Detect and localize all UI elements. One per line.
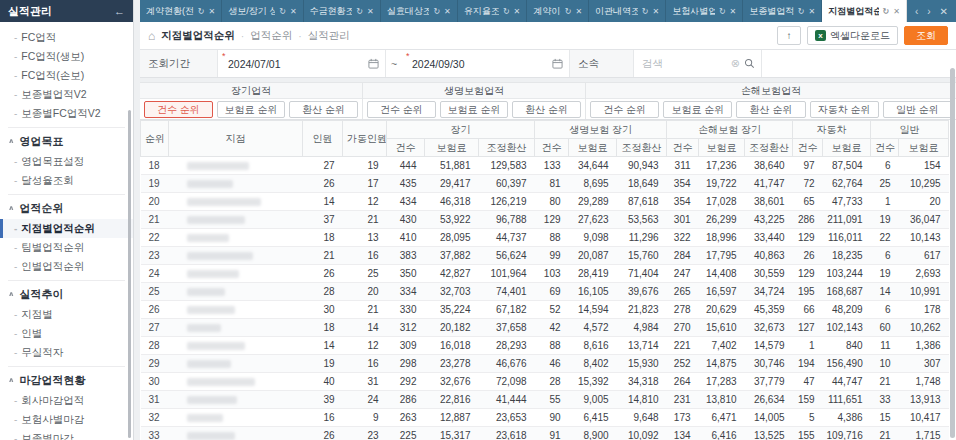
tab[interactable]: 보종별업적V2↻✕ xyxy=(743,0,822,22)
tab[interactable]: 이관내역조회↻✕ xyxy=(589,0,666,22)
sidebar-item[interactable]: -달성율조회 xyxy=(0,171,133,190)
sidebar-item[interactable]: -보종별마감 xyxy=(0,429,133,440)
table-cell: 101,964 xyxy=(479,265,535,283)
refresh-icon[interactable]: ↻ xyxy=(642,7,649,16)
close-icon[interactable]: ✕ xyxy=(808,7,815,16)
sidebar-collapse-icon[interactable]: ← xyxy=(114,5,125,17)
calendar-icon[interactable] xyxy=(368,58,379,69)
breadcrumb-item[interactable]: 실적관리 xyxy=(308,29,350,43)
refresh-icon[interactable]: ↻ xyxy=(503,7,510,16)
dept-search-input[interactable]: 검색 ⊗ xyxy=(634,50,762,77)
sidebar-item[interactable]: -보종별업적V2 xyxy=(0,85,133,104)
excel-download-button[interactable]: x 엑셀다운로드 xyxy=(807,26,898,45)
rank-filter-button[interactable]: 환산 순위 xyxy=(289,101,358,118)
rank-filter-button[interactable]: 환산 순위 xyxy=(736,101,805,118)
close-icon[interactable]: ✕ xyxy=(730,7,737,16)
rank-filter-button[interactable]: 환산 순위 xyxy=(512,101,581,118)
table-row[interactable]: 19261743529,41760,397818,69518,64935419,… xyxy=(141,175,949,193)
refresh-icon[interactable]: ↻ xyxy=(798,7,805,16)
tab[interactable]: 유지율조회↻✕ xyxy=(458,0,527,22)
table-row[interactable]: 30403129232,67672,0982815,39234,31826417… xyxy=(141,373,949,391)
close-icon[interactable]: ✕ xyxy=(367,7,374,16)
table-row[interactable]: 31392428622,81641,444559,00514,81023113,… xyxy=(141,391,949,409)
sidebar-scrollbar-thumb[interactable] xyxy=(128,110,131,438)
table-scrollbar-thumb[interactable] xyxy=(950,68,955,438)
sidebar-item[interactable]: -지점별 xyxy=(0,305,133,324)
sidebar-item[interactable]: -FC업적(손보) xyxy=(0,66,133,85)
sidebar-item[interactable]: -FC업적(생보) xyxy=(0,47,133,66)
table-row[interactable]: 28141230916,01828,293888,61613,7142217,4… xyxy=(141,337,949,355)
close-icon[interactable]: ✕ xyxy=(653,7,660,16)
sidebar-section-header[interactable]: ∧마감업적현황 xyxy=(0,369,133,391)
clear-icon[interactable]: ⊗ xyxy=(731,57,740,70)
refresh-icon[interactable]: ↻ xyxy=(279,7,286,16)
sidebar-item[interactable]: -인별 xyxy=(0,324,133,343)
table-row[interactable]: 23211638337,88256,6249920,08715,76028417… xyxy=(141,247,949,265)
close-icon[interactable]: ✕ xyxy=(209,7,216,16)
sidebar-section-header[interactable]: ∧업적순위 xyxy=(0,197,133,219)
close-icon[interactable]: ✕ xyxy=(575,7,582,16)
table-row[interactable]: 29191629823,27846,676468,40215,93025214,… xyxy=(141,355,949,373)
table-row[interactable]: 25282033432,70374,4016916,10539,67626516… xyxy=(141,283,949,301)
date-from-input[interactable]: * 2024/07/01 xyxy=(218,50,386,77)
rank-filter-button[interactable]: 자동차 순위 xyxy=(810,101,879,118)
sidebar-item[interactable]: -영업목표설정 xyxy=(0,152,133,171)
query-button[interactable]: 조회 xyxy=(904,26,948,45)
table-row[interactable]: 26302133035,22467,1825214,59421,82327820… xyxy=(141,301,949,319)
table-row[interactable]: 27181431220,18237,658424,5724,98427015,6… xyxy=(141,319,949,337)
redacted-branch-name xyxy=(187,252,253,260)
tab[interactable]: 지점별업적순위↻✕ xyxy=(822,0,907,22)
tab-close-all-icon[interactable]: ✕ xyxy=(940,6,948,17)
table-cell: 1,748 xyxy=(899,373,949,391)
rank-filter-button[interactable]: 일반 순위 xyxy=(883,101,952,118)
sidebar-section-header[interactable]: ∧영업목표 xyxy=(0,130,133,152)
calendar-icon[interactable] xyxy=(552,58,563,69)
tab[interactable]: 계약이관↻✕ xyxy=(527,0,589,22)
sidebar-item[interactable]: -팀별업적순위 xyxy=(0,238,133,257)
refresh-icon[interactable]: ↻ xyxy=(565,7,572,16)
tab-next-icon[interactable]: › xyxy=(927,6,930,17)
search-icon[interactable] xyxy=(744,58,755,69)
tab[interactable]: 수금현황조회↻✕ xyxy=(304,0,381,22)
close-icon[interactable]: ✕ xyxy=(893,7,900,16)
rank-filter-button[interactable]: 보험료 순위 xyxy=(217,101,286,118)
table-row[interactable]: 20141243446,318126,2198029,28987,6183541… xyxy=(141,193,949,211)
close-icon[interactable]: ✕ xyxy=(290,7,297,16)
close-icon[interactable]: ✕ xyxy=(514,7,521,16)
tab-prev-icon[interactable]: ‹ xyxy=(915,6,918,17)
table-row[interactable]: 24262535042,827101,96410328,41971,404247… xyxy=(141,265,949,283)
breadcrumb-item[interactable]: 업적순위 xyxy=(250,29,292,43)
refresh-icon[interactable]: ↻ xyxy=(198,7,205,16)
rank-filter-button[interactable]: 보험료 순위 xyxy=(663,101,732,118)
sidebar-item[interactable]: -FC업적 xyxy=(0,28,133,47)
required-mark: * xyxy=(406,51,410,61)
refresh-icon[interactable]: ↻ xyxy=(883,7,890,16)
refresh-icon[interactable]: ↻ xyxy=(356,7,363,16)
sidebar-item[interactable]: -보종별FC업적V2 xyxy=(0,104,133,123)
sidebar-item[interactable]: -무실적자 xyxy=(0,343,133,362)
table-row[interactable]: 21372143053,92296,78812927,62353,5633012… xyxy=(141,211,949,229)
rank-filter-button[interactable]: 건수 순위 xyxy=(367,101,436,118)
rank-filter-button[interactable]: 건수 순위 xyxy=(590,101,659,118)
table-row[interactable]: 22181341028,09544,737889,09811,29632218,… xyxy=(141,229,949,247)
refresh-icon[interactable]: ↻ xyxy=(433,7,440,16)
rank-filter-button[interactable]: 보험료 순위 xyxy=(440,101,509,118)
tab[interactable]: 계약현황(전체)↻✕ xyxy=(140,0,222,22)
refresh-icon[interactable]: ↻ xyxy=(719,7,726,16)
close-icon[interactable]: ✕ xyxy=(444,7,451,16)
tab[interactable]: 보험사별업적↻✕ xyxy=(666,0,743,22)
table-row[interactable]: 33262322515,31723,618918,90010,0921346,4… xyxy=(141,427,949,440)
sidebar-item[interactable]: -회사마감업적 xyxy=(0,391,133,410)
table-row[interactable]: 18271944451,881129,58313334,64490,943311… xyxy=(141,157,949,175)
tab[interactable]: 생보/장기 상세↻✕ xyxy=(222,0,303,22)
date-to-input[interactable]: * 2024/09/30 xyxy=(402,50,570,77)
sidebar-section-header[interactable]: ∧실적추이 xyxy=(0,283,133,305)
sidebar-item[interactable]: -지점별업적순위 xyxy=(0,219,133,238)
tab[interactable]: 실효대상조회↻✕ xyxy=(381,0,458,22)
sidebar-item[interactable]: -인별업적순위 xyxy=(0,257,133,276)
sidebar-item[interactable]: -보험사별마감 xyxy=(0,410,133,429)
rank-filter-button[interactable]: 건수 순위 xyxy=(144,101,213,118)
branch-cell xyxy=(169,391,303,409)
table-row[interactable]: 3216926312,88723,653906,4159,6481736,471… xyxy=(141,409,949,427)
collapse-panel-button[interactable]: ↑ xyxy=(777,26,801,45)
